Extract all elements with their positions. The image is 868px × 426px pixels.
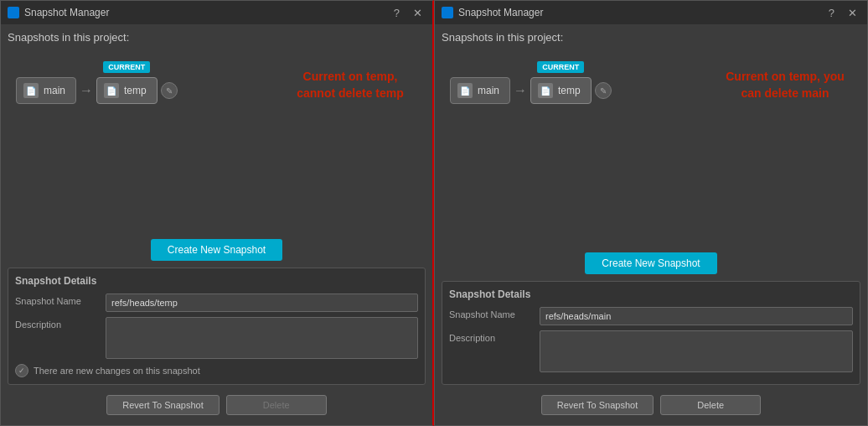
left-title-left: Snapshot Manager: [8, 7, 109, 18]
left-temp-file-icon: 📄: [104, 83, 119, 98]
right-temp-label: temp: [558, 85, 581, 96]
right-temp-file-icon: 📄: [538, 83, 553, 98]
right-revert-btn[interactable]: Revert To Snapshot: [541, 395, 654, 415]
right-help-button[interactable]: ?: [825, 5, 838, 21]
left-message: Current on temp, cannot delete temp: [283, 69, 417, 101]
left-desc-row: Description: [15, 317, 418, 359]
right-delete-btn[interactable]: Delete: [660, 395, 761, 415]
left-title-text: Snapshot Manager: [24, 7, 109, 18]
left-node-temp[interactable]: CURRENT 📄 temp: [96, 77, 158, 104]
left-create-btn-area: Create New Snapshot: [8, 232, 426, 268]
left-main-label: main: [44, 85, 65, 96]
left-temp-label: temp: [124, 85, 147, 96]
right-panel-content: Snapshots in this project: 📄 main → CURR…: [435, 24, 867, 425]
right-title-text: Snapshot Manager: [458, 7, 543, 18]
right-title-left: Snapshot Manager: [442, 7, 543, 18]
left-details-section: Snapshot Details Snapshot Name Descripti…: [8, 268, 426, 385]
left-close-button[interactable]: ✕: [410, 5, 426, 21]
right-node-temp[interactable]: CURRENT 📄 temp: [530, 77, 592, 104]
left-revert-btn[interactable]: Revert To Snapshot: [106, 395, 219, 415]
left-title-right: ? ✕: [390, 5, 426, 21]
right-node-main[interactable]: 📄 main: [450, 77, 510, 104]
left-desc-label: Description: [15, 317, 99, 330]
right-arrow: →: [510, 83, 530, 98]
right-snapshots-label: Snapshots in this project:: [442, 31, 860, 44]
right-name-input[interactable]: [540, 307, 853, 325]
right-create-btn-area: Create New Snapshot: [442, 246, 860, 281]
left-details-title: Snapshot Details: [15, 275, 418, 287]
right-flow-area: 📄 main → CURRENT 📄 temp ✎ Current on tem…: [442, 52, 860, 246]
left-bottom-buttons: Revert To Snapshot Delete: [8, 390, 426, 418]
left-main-file-icon: 📄: [23, 83, 39, 98]
right-name-label: Snapshot Name: [449, 307, 533, 320]
right-desc-row: Description: [449, 330, 853, 372]
left-changes-icon: ✓: [15, 364, 28, 377]
right-name-row: Snapshot Name: [449, 307, 853, 325]
left-name-input[interactable]: [106, 294, 418, 312]
left-snapshots-label: Snapshots in this project:: [8, 31, 426, 44]
right-main-file-icon: 📄: [457, 83, 473, 98]
left-create-btn[interactable]: Create New Snapshot: [151, 239, 282, 261]
left-changes-text: There are new changes on this snapshot: [34, 366, 200, 376]
right-message: Current on temp, you can delete main: [718, 69, 852, 101]
right-details-section: Snapshot Details Snapshot Name Descripti…: [442, 281, 860, 385]
left-title-bar: Snapshot Manager ? ✕: [1, 1, 432, 24]
right-bottom-buttons: Revert To Snapshot Delete: [442, 390, 860, 418]
right-create-btn[interactable]: Create New Snapshot: [585, 252, 716, 274]
left-help-button[interactable]: ?: [390, 5, 403, 21]
left-arrow: →: [76, 83, 96, 98]
left-name-row: Snapshot Name: [15, 294, 418, 312]
right-close-button[interactable]: ✕: [845, 5, 860, 21]
right-main-label: main: [478, 85, 499, 96]
left-changes-row: ✓ There are new changes on this snapshot: [15, 364, 418, 377]
left-desc-textarea[interactable]: [106, 317, 418, 359]
right-edit-icon[interactable]: ✎: [595, 82, 612, 99]
left-current-badge: CURRENT: [103, 61, 150, 73]
left-panel-content: Snapshots in this project: 📄 main → CURR…: [1, 24, 432, 425]
left-app-icon: [8, 7, 19, 18]
right-title-right: ? ✕: [825, 5, 860, 21]
right-title-bar: Snapshot Manager ? ✕: [435, 1, 867, 24]
right-panel: Snapshot Manager ? ✕ Snapshots in this p…: [434, 0, 868, 426]
left-name-label: Snapshot Name: [15, 294, 99, 306]
left-node-main[interactable]: 📄 main: [16, 77, 76, 104]
left-panel: Snapshot Manager ? ✕ Snapshots in this p…: [0, 0, 434, 426]
left-flow-area: 📄 main → CURRENT 📄 temp ✎ Current on tem…: [8, 52, 426, 232]
right-app-icon: [442, 7, 453, 18]
right-desc-textarea[interactable]: [540, 330, 853, 372]
right-current-badge: CURRENT: [537, 61, 584, 73]
right-desc-label: Description: [449, 330, 533, 343]
right-details-title: Snapshot Details: [449, 288, 853, 300]
left-edit-icon[interactable]: ✎: [161, 82, 178, 99]
left-delete-btn: Delete: [226, 395, 327, 415]
